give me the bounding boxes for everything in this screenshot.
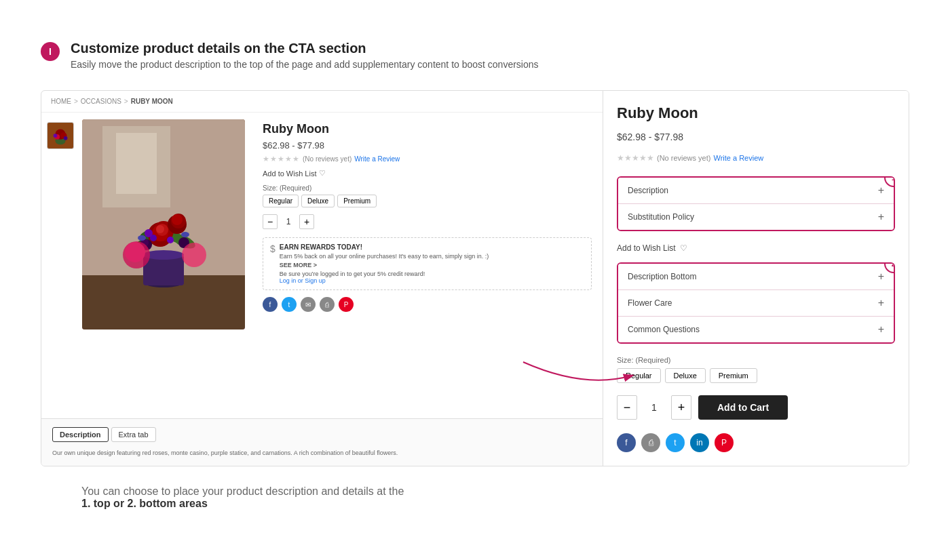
- accordion-flower-care-label: Flower Care: [628, 298, 672, 308]
- left-qty-decrease[interactable]: −: [263, 214, 278, 229]
- left-print-icon[interactable]: ⎙: [320, 297, 335, 312]
- left-qty-increase[interactable]: +: [299, 214, 314, 229]
- rewards-title: EARN REWARDS TODAY!: [280, 243, 489, 251]
- ui-frame: HOME > OCCASIONS > RUBY MOON: [41, 90, 909, 466]
- breadcrumb-occasions[interactable]: OCCASIONS: [81, 98, 121, 105]
- product-area: Ruby Moon $62.98 - $77.98 ★★★★★ (No revi…: [41, 113, 603, 418]
- right-size-btn-premium[interactable]: Premium: [710, 368, 757, 383]
- bottom-text-section: You can choose to place your product des…: [41, 485, 909, 510]
- svg-point-30: [167, 237, 174, 243]
- accordion-group-2: 2 Description Bottom + Flower Care + Com…: [617, 262, 895, 344]
- see-more-link[interactable]: SEE MORE >: [280, 262, 489, 268]
- left-write-review[interactable]: Write a Review: [354, 155, 400, 163]
- right-qty-decrease[interactable]: −: [617, 395, 637, 420]
- right-qty-value: 1: [644, 402, 664, 413]
- left-wishlist-row[interactable]: Add to Wish List ♡: [263, 169, 592, 178]
- svg-point-34: [182, 243, 206, 267]
- svg-point-35: [138, 235, 146, 241]
- svg-point-5: [54, 134, 58, 138]
- left-stars: ★★★★★: [263, 155, 300, 163]
- accordion-description[interactable]: Description +: [618, 178, 894, 204]
- right-print-icon[interactable]: ⎙: [641, 433, 660, 452]
- right-product-title: Ruby Moon: [617, 104, 895, 122]
- product-info-column: Ruby Moon $62.98 - $77.98 ★★★★★ (No revi…: [252, 113, 603, 418]
- right-size-btn-regular[interactable]: Regular: [617, 368, 661, 383]
- right-qty-row: − 1 + Add to Cart: [617, 395, 895, 420]
- tab-description[interactable]: Description: [52, 427, 109, 442]
- right-twitter-icon[interactable]: t: [666, 433, 685, 452]
- accordion-substitution-label: Substitution Policy: [628, 212, 694, 222]
- breadcrumb-current: RUBY MOON: [131, 98, 173, 105]
- rewards-text2: Be sure you're logged in to get your 5% …: [280, 271, 489, 277]
- svg-point-36: [181, 232, 189, 237]
- left-star-row: ★★★★★ (No reviews yet) Write a Review: [263, 155, 592, 163]
- right-heart-icon: ♡: [680, 243, 687, 253]
- accordion-common-questions-plus: +: [878, 323, 884, 336]
- accordion-desc-bottom[interactable]: Description Bottom +: [618, 264, 894, 290]
- add-to-cart-button[interactable]: Add to Cart: [698, 395, 788, 420]
- right-write-review[interactable]: Write a Review: [713, 154, 763, 162]
- product-image: [82, 119, 245, 329]
- accordion-desc-bottom-plus: +: [878, 271, 884, 283]
- product-thumbnail[interactable]: [47, 122, 74, 149]
- left-wishlist-label: Add to Wish List: [263, 169, 316, 178]
- svg-point-22: [156, 225, 164, 233]
- left-email-icon[interactable]: ✉: [301, 297, 316, 312]
- thumbnail-column: [41, 113, 75, 418]
- size-btn-regular[interactable]: Regular: [263, 195, 299, 207]
- right-panel: Ruby Moon $62.98 - $77.98 ★★★★★ (No revi…: [603, 91, 909, 466]
- svg-point-25: [172, 214, 183, 225]
- accordion-flower-care[interactable]: Flower Care +: [618, 290, 894, 317]
- header-subtitle: Easily move the product description to t…: [71, 59, 539, 70]
- rewards-text: Earn 5% back on all your online purchase…: [280, 253, 489, 260]
- accordion-group-1: 1 Description + Substitution Policy +: [617, 176, 895, 231]
- right-size-buttons: Regular Deluxe Premium: [617, 368, 895, 383]
- left-twitter-icon[interactable]: t: [282, 297, 297, 312]
- tab-row: Description Extra tab: [52, 427, 592, 442]
- left-size-label: Size: (Required): [263, 184, 592, 192]
- breadcrumb-home[interactable]: HOME: [51, 98, 71, 105]
- breadcrumb-sep1: >: [74, 98, 78, 105]
- left-product-price: $62.98 - $77.98: [263, 140, 592, 151]
- left-size-buttons: Regular Deluxe Premium: [263, 195, 592, 207]
- left-size-section: Size: (Required) Regular Deluxe Premium: [263, 184, 592, 207]
- size-btn-deluxe[interactable]: Deluxe: [301, 195, 335, 207]
- bottom-text-line1: You can choose to place your product des…: [81, 485, 404, 497]
- svg-point-33: [125, 242, 145, 262]
- rewards-box: $ EARN REWARDS TODAY! Earn 5% back on al…: [263, 237, 592, 290]
- accordion-common-questions[interactable]: Common Questions +: [618, 317, 894, 342]
- step-badge: I: [41, 42, 60, 61]
- right-stars: ★★★★★: [617, 153, 654, 163]
- right-qty-increase[interactable]: +: [671, 395, 691, 420]
- accordion-description-label: Description: [628, 186, 668, 195]
- tab-extra[interactable]: Extra tab: [111, 427, 156, 442]
- right-facebook-icon[interactable]: f: [617, 433, 636, 452]
- right-wishlist-row[interactable]: Add to Wish List ♡: [617, 243, 895, 253]
- product-image-column: [75, 113, 252, 418]
- right-size-btn-deluxe[interactable]: Deluxe: [665, 368, 706, 383]
- left-qty-value: 1: [282, 217, 295, 226]
- right-size-label: Size: (Required): [617, 356, 895, 364]
- bottom-text-strong: 1. top or 2. bottom areas: [81, 498, 208, 509]
- accordion-substitution[interactable]: Substitution Policy +: [618, 204, 894, 230]
- login-link[interactable]: Log in or Sign up: [280, 277, 326, 284]
- left-facebook-icon[interactable]: f: [263, 297, 278, 312]
- left-qty-row: − 1 +: [263, 214, 592, 229]
- left-pinterest-icon[interactable]: P: [339, 297, 354, 312]
- right-wishlist-label: Add to Wish List: [617, 243, 676, 253]
- size-btn-premium[interactable]: Premium: [337, 195, 377, 207]
- right-linkedin-icon[interactable]: in: [690, 433, 709, 452]
- header-text: Customize product details on the CTA sec…: [71, 41, 539, 70]
- header-section: I Customize product details on the CTA s…: [41, 41, 909, 70]
- breadcrumb-sep2: >: [124, 98, 128, 105]
- left-product-title: Ruby Moon: [263, 122, 592, 136]
- tab-description-text: Our own unique design featuring red rose…: [52, 449, 592, 458]
- left-social-row: f t ✉ ⎙ P: [263, 297, 592, 312]
- bottom-tabs-section: Description Extra tab Our own unique des…: [41, 418, 603, 466]
- right-social-row: f ⎙ t in P: [617, 433, 895, 452]
- accordion-substitution-plus: +: [878, 211, 884, 223]
- accordion-desc-bottom-label: Description Bottom: [628, 272, 696, 281]
- right-pinterest-icon[interactable]: P: [715, 433, 734, 452]
- left-panel: HOME > OCCASIONS > RUBY MOON: [41, 91, 603, 466]
- rewards-icon: $: [270, 243, 276, 254]
